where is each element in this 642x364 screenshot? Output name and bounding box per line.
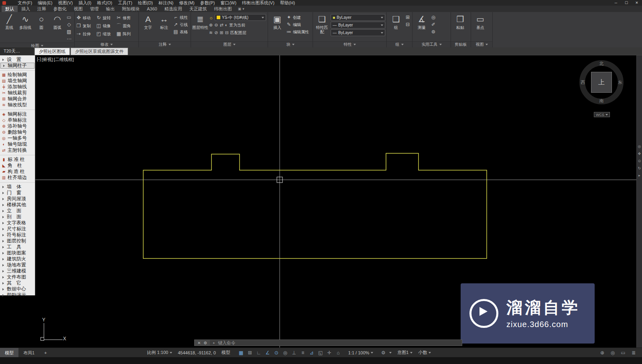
status-toggle-icon[interactable]: ⊙	[272, 349, 281, 357]
draw-extra-button[interactable]: ⋯	[66, 36, 72, 43]
status-toggle-icon[interactable]: ≡	[299, 349, 307, 357]
modify-tool-button[interactable]: ▦ 阵列	[116, 31, 136, 37]
group-button[interactable]: ❑ 组	[388, 13, 404, 30]
nav-strip-icon[interactable]: ↻	[637, 166, 642, 170]
panel-display-icon[interactable]: ▾	[242, 7, 244, 11]
modify-tool-button[interactable]: ⇢ 拉伸	[76, 31, 96, 37]
draw-tool-button[interactable]: ○ 圆	[33, 13, 49, 30]
status-toggle-icon[interactable]: ⊿	[307, 349, 316, 357]
palette-tool[interactable]: ◈ 轴网标注	[0, 111, 35, 117]
draw-extra-button[interactable]: ▭	[66, 14, 72, 21]
menu-item[interactable]: 绘图(D)	[135, 0, 156, 6]
viewcube-north[interactable]: 北	[599, 61, 604, 67]
command-line[interactable]: ✕ ⚙ ▸ 键入命令	[194, 340, 462, 346]
viewcube-west[interactable]: 西	[581, 79, 585, 85]
palette-category-settings[interactable]: 设 置	[0, 57, 35, 63]
palette-category[interactable]: 建筑防火	[0, 256, 35, 262]
modify-tool-button[interactable]: ↻ 旋转	[96, 14, 116, 21]
menu-item[interactable]: 标注(N)	[156, 0, 176, 6]
measure-button[interactable]: ∡ 测量	[414, 13, 430, 30]
palette-category[interactable]: 尺寸标注	[0, 226, 35, 232]
palette-category[interactable]: 符号标注	[0, 232, 35, 238]
utility-small-button[interactable]: ⊚	[431, 28, 436, 35]
modify-tool-button[interactable]: ◫ 镜像	[96, 22, 116, 29]
draw-tool-button[interactable]: ◠ 圆弧	[49, 13, 65, 30]
nav-strip-icon[interactable]: ✥	[637, 152, 642, 156]
ribbon-tab[interactable]: 默认	[2, 6, 18, 12]
layout-tab[interactable]: +	[39, 348, 51, 358]
properties-group-label[interactable]: 特性	[313, 41, 386, 47]
block-small-button[interactable]: ✎ 编辑	[286, 21, 309, 28]
drawing-area[interactable]: [-][俯视][二维线框] 设 置 轴网柱子 ▦ 绘制轴网 ▤ 墙生轴网 ┿ 添…	[0, 55, 642, 348]
palette-category[interactable]: 文字表格	[0, 220, 35, 226]
menu-item[interactable]: 插入(I)	[75, 0, 94, 6]
palette-category[interactable]: 墙 体	[0, 184, 35, 190]
basepoint-button[interactable]: ▭ 基点	[472, 13, 488, 30]
menu-item[interactable]: 视图(V)	[55, 0, 76, 6]
palette-category[interactable]: 帮助演示	[0, 292, 35, 298]
annotate-small-button[interactable]: ▤ 表格	[173, 28, 188, 35]
annotate-tool-button[interactable]: A 文字	[140, 13, 156, 30]
modify-tool-button[interactable]: ✂ 修剪	[116, 14, 136, 21]
layer-tool-icon[interactable]: ⊕	[209, 22, 213, 28]
ribbon-tab[interactable]: 参数化	[50, 6, 70, 12]
status-toggle-icon[interactable]: ✛	[325, 349, 334, 357]
clipboard-group-label[interactable]: 剪贴板	[451, 41, 471, 47]
palette-tool[interactable]: ◐ 轴号隐现	[0, 141, 35, 147]
palette-tool[interactable]: ┿ 添加轴线	[0, 84, 35, 90]
palette-tool[interactable]: ⊖ 删除轴号	[0, 129, 35, 135]
status-toggle-icon[interactable]: ⊥	[290, 349, 299, 357]
palette-tool[interactable]: ⇄ 主附转换	[0, 147, 35, 153]
palette-category[interactable]: 楼梯其他	[0, 202, 35, 208]
command-input[interactable]: ▸ 键入命令	[210, 340, 462, 346]
viewport-control[interactable]: [-]	[37, 57, 41, 63]
group-small-button[interactable]: ⊟	[405, 21, 410, 28]
status-toggle-icon[interactable]: ⊞	[246, 349, 254, 357]
layout-tab[interactable]: 布局1	[18, 348, 39, 358]
draw-extra-button[interactable]: ◇	[66, 21, 72, 28]
palette-category[interactable]: 工 具	[0, 244, 35, 250]
block-group-label[interactable]: 块	[268, 41, 313, 47]
status-toggle-icon[interactable]: ∟	[254, 349, 263, 357]
draw-tool-button[interactable]: ∿ 多段线	[17, 13, 33, 30]
palette-category[interactable]: 门 窗	[0, 190, 35, 196]
palette-tool[interactable]: ⊕ 添补轴号	[0, 123, 35, 129]
property-combo[interactable]: ■ ByLayer	[331, 14, 385, 21]
palette-tool[interactable]: ▥ 柱齐墙边	[0, 175, 35, 181]
match-properties-button[interactable]: ❏ 特性匹配	[314, 13, 330, 34]
workspace-switcher[interactable]: ⚙	[379, 349, 392, 357]
drawing-tab[interactable]: 夕照社区图纸	[35, 48, 70, 55]
close-button[interactable]: ✕	[632, 0, 642, 6]
model-space-button[interactable]: 模型	[221, 350, 230, 356]
ribbon-tab[interactable]: 精选应用	[161, 6, 186, 12]
block-small-button[interactable]: ✦ 创建	[286, 14, 309, 21]
modify-tool-button[interactable]: ✥ 移动	[76, 14, 96, 21]
drawn-polyline[interactable]	[143, 153, 487, 258]
annotate-small-button[interactable]: ↗ 引线	[173, 21, 188, 28]
menu-item[interactable]: 编辑(E)	[35, 0, 55, 6]
palette-tool[interactable]: ◣ 角 柱	[0, 163, 35, 169]
property-combo[interactable]: — ByLayer	[331, 22, 385, 28]
annotation-scale-control[interactable]: 1:1 / 100%	[348, 350, 374, 355]
palette-tool[interactable]: ✂ 轴线裁剪	[0, 90, 35, 96]
block-small-button[interactable]: ≔ 编辑属性	[286, 28, 309, 35]
status-right-icon[interactable]: ⊕	[598, 349, 607, 357]
palette-category[interactable]: 图块图案	[0, 250, 35, 256]
status-toggle-icon[interactable]: ∠	[263, 349, 272, 357]
units-control[interactable]: 小数	[418, 350, 431, 356]
menu-item[interactable]: 参数(P)	[197, 0, 218, 6]
palette-tool[interactable]: ≋ 轴改线型	[0, 102, 35, 108]
status-right-icon[interactable]: ≣	[629, 349, 638, 357]
nav-strip-icon[interactable]: ⊙	[637, 159, 642, 163]
viewport-control[interactable]: [二维线框]	[54, 57, 74, 63]
nav-strip-icon[interactable]: ◎	[637, 144, 642, 148]
menu-item[interactable]: 格式(O)	[94, 0, 115, 6]
palette-category[interactable]: 立 面	[0, 208, 35, 214]
palette-tool[interactable]: ◇ 单轴标注	[0, 117, 35, 123]
group-small-button[interactable]: ⊞	[405, 14, 410, 21]
status-toggle-icon[interactable]: ◎	[281, 349, 290, 357]
palette-category[interactable]: 场地布置	[0, 262, 35, 268]
panel-display-icon[interactable]: ▣	[238, 7, 242, 11]
layer-select-combo[interactable]: YS-中 (结构线)	[215, 14, 266, 21]
palette-category[interactable]: 三维建模	[0, 268, 35, 274]
